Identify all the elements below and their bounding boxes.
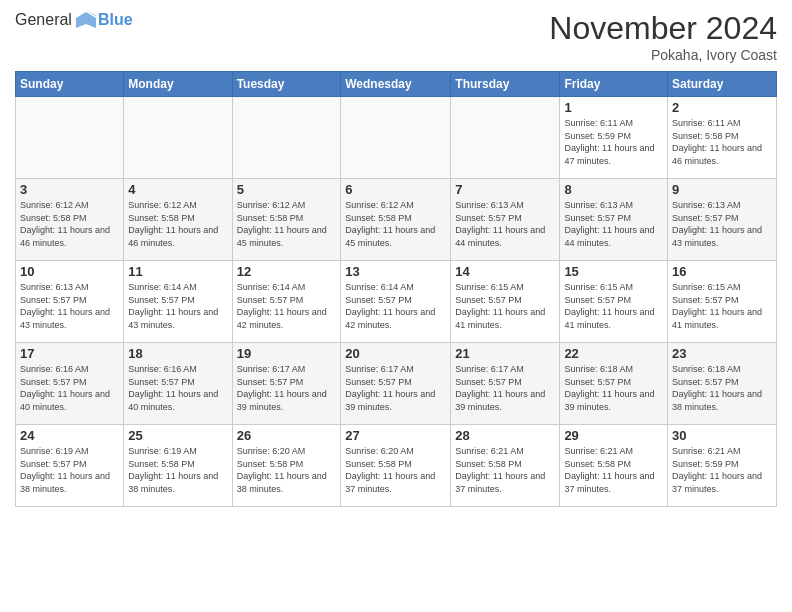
day-number: 13 (345, 264, 446, 279)
day-number: 5 (237, 182, 337, 197)
day-number: 4 (128, 182, 227, 197)
header-day-wednesday: Wednesday (341, 72, 451, 97)
day-number: 26 (237, 428, 337, 443)
calendar-cell (341, 97, 451, 179)
day-number: 10 (20, 264, 119, 279)
day-info: Sunrise: 6:18 AM Sunset: 5:57 PM Dayligh… (672, 363, 772, 413)
day-number: 27 (345, 428, 446, 443)
day-number: 24 (20, 428, 119, 443)
calendar-cell: 25Sunrise: 6:19 AM Sunset: 5:58 PM Dayli… (124, 425, 232, 507)
calendar-cell: 7Sunrise: 6:13 AM Sunset: 5:57 PM Daylig… (451, 179, 560, 261)
header-row: SundayMondayTuesdayWednesdayThursdayFrid… (16, 72, 777, 97)
logo-icon (74, 10, 98, 30)
calendar-cell: 9Sunrise: 6:13 AM Sunset: 5:57 PM Daylig… (668, 179, 777, 261)
day-info: Sunrise: 6:13 AM Sunset: 5:57 PM Dayligh… (455, 199, 555, 249)
day-info: Sunrise: 6:13 AM Sunset: 5:57 PM Dayligh… (564, 199, 663, 249)
calendar-cell: 30Sunrise: 6:21 AM Sunset: 5:59 PM Dayli… (668, 425, 777, 507)
calendar-cell (232, 97, 341, 179)
calendar-table: SundayMondayTuesdayWednesdayThursdayFrid… (15, 71, 777, 507)
day-info: Sunrise: 6:17 AM Sunset: 5:57 PM Dayligh… (237, 363, 337, 413)
calendar-cell: 19Sunrise: 6:17 AM Sunset: 5:57 PM Dayli… (232, 343, 341, 425)
day-number: 14 (455, 264, 555, 279)
calendar-cell: 2Sunrise: 6:11 AM Sunset: 5:58 PM Daylig… (668, 97, 777, 179)
calendar-week-0: 1Sunrise: 6:11 AM Sunset: 5:59 PM Daylig… (16, 97, 777, 179)
calendar-cell: 10Sunrise: 6:13 AM Sunset: 5:57 PM Dayli… (16, 261, 124, 343)
day-number: 9 (672, 182, 772, 197)
page-header: General Blue November 2024 Pokaha, Ivory… (15, 10, 777, 63)
calendar-cell: 26Sunrise: 6:20 AM Sunset: 5:58 PM Dayli… (232, 425, 341, 507)
header-day-thursday: Thursday (451, 72, 560, 97)
calendar-cell: 12Sunrise: 6:14 AM Sunset: 5:57 PM Dayli… (232, 261, 341, 343)
day-info: Sunrise: 6:20 AM Sunset: 5:58 PM Dayligh… (345, 445, 446, 495)
calendar-cell (124, 97, 232, 179)
header-day-saturday: Saturday (668, 72, 777, 97)
day-info: Sunrise: 6:18 AM Sunset: 5:57 PM Dayligh… (564, 363, 663, 413)
day-info: Sunrise: 6:13 AM Sunset: 5:57 PM Dayligh… (20, 281, 119, 331)
day-number: 3 (20, 182, 119, 197)
calendar-cell: 20Sunrise: 6:17 AM Sunset: 5:57 PM Dayli… (341, 343, 451, 425)
day-info: Sunrise: 6:14 AM Sunset: 5:57 PM Dayligh… (237, 281, 337, 331)
day-info: Sunrise: 6:21 AM Sunset: 5:58 PM Dayligh… (455, 445, 555, 495)
day-info: Sunrise: 6:15 AM Sunset: 5:57 PM Dayligh… (672, 281, 772, 331)
calendar-week-3: 17Sunrise: 6:16 AM Sunset: 5:57 PM Dayli… (16, 343, 777, 425)
calendar-cell: 4Sunrise: 6:12 AM Sunset: 5:58 PM Daylig… (124, 179, 232, 261)
day-number: 19 (237, 346, 337, 361)
day-number: 17 (20, 346, 119, 361)
day-info: Sunrise: 6:11 AM Sunset: 5:59 PM Dayligh… (564, 117, 663, 167)
calendar-body: 1Sunrise: 6:11 AM Sunset: 5:59 PM Daylig… (16, 97, 777, 507)
day-info: Sunrise: 6:15 AM Sunset: 5:57 PM Dayligh… (564, 281, 663, 331)
day-number: 20 (345, 346, 446, 361)
day-number: 7 (455, 182, 555, 197)
calendar-cell: 28Sunrise: 6:21 AM Sunset: 5:58 PM Dayli… (451, 425, 560, 507)
day-info: Sunrise: 6:21 AM Sunset: 5:59 PM Dayligh… (672, 445, 772, 495)
day-info: Sunrise: 6:12 AM Sunset: 5:58 PM Dayligh… (20, 199, 119, 249)
day-info: Sunrise: 6:14 AM Sunset: 5:57 PM Dayligh… (345, 281, 446, 331)
day-number: 16 (672, 264, 772, 279)
calendar-week-1: 3Sunrise: 6:12 AM Sunset: 5:58 PM Daylig… (16, 179, 777, 261)
day-number: 23 (672, 346, 772, 361)
calendar-cell: 23Sunrise: 6:18 AM Sunset: 5:57 PM Dayli… (668, 343, 777, 425)
calendar-cell: 8Sunrise: 6:13 AM Sunset: 5:57 PM Daylig… (560, 179, 668, 261)
calendar-cell: 27Sunrise: 6:20 AM Sunset: 5:58 PM Dayli… (341, 425, 451, 507)
calendar-cell: 11Sunrise: 6:14 AM Sunset: 5:57 PM Dayli… (124, 261, 232, 343)
subtitle: Pokaha, Ivory Coast (549, 47, 777, 63)
calendar-cell (16, 97, 124, 179)
calendar-cell: 1Sunrise: 6:11 AM Sunset: 5:59 PM Daylig… (560, 97, 668, 179)
calendar-cell: 18Sunrise: 6:16 AM Sunset: 5:57 PM Dayli… (124, 343, 232, 425)
day-number: 30 (672, 428, 772, 443)
title-section: November 2024 Pokaha, Ivory Coast (549, 10, 777, 63)
calendar-cell: 13Sunrise: 6:14 AM Sunset: 5:57 PM Dayli… (341, 261, 451, 343)
calendar-cell: 16Sunrise: 6:15 AM Sunset: 5:57 PM Dayli… (668, 261, 777, 343)
calendar-week-4: 24Sunrise: 6:19 AM Sunset: 5:57 PM Dayli… (16, 425, 777, 507)
calendar-cell: 29Sunrise: 6:21 AM Sunset: 5:58 PM Dayli… (560, 425, 668, 507)
calendar-cell: 6Sunrise: 6:12 AM Sunset: 5:58 PM Daylig… (341, 179, 451, 261)
logo: General Blue (15, 10, 133, 30)
day-number: 29 (564, 428, 663, 443)
header-day-friday: Friday (560, 72, 668, 97)
day-info: Sunrise: 6:19 AM Sunset: 5:58 PM Dayligh… (128, 445, 227, 495)
day-number: 25 (128, 428, 227, 443)
day-info: Sunrise: 6:20 AM Sunset: 5:58 PM Dayligh… (237, 445, 337, 495)
day-info: Sunrise: 6:12 AM Sunset: 5:58 PM Dayligh… (345, 199, 446, 249)
day-info: Sunrise: 6:11 AM Sunset: 5:58 PM Dayligh… (672, 117, 772, 167)
day-number: 21 (455, 346, 555, 361)
calendar-cell: 24Sunrise: 6:19 AM Sunset: 5:57 PM Dayli… (16, 425, 124, 507)
header-day-sunday: Sunday (16, 72, 124, 97)
day-info: Sunrise: 6:14 AM Sunset: 5:57 PM Dayligh… (128, 281, 227, 331)
day-info: Sunrise: 6:12 AM Sunset: 5:58 PM Dayligh… (128, 199, 227, 249)
day-info: Sunrise: 6:17 AM Sunset: 5:57 PM Dayligh… (455, 363, 555, 413)
calendar-cell: 22Sunrise: 6:18 AM Sunset: 5:57 PM Dayli… (560, 343, 668, 425)
day-number: 18 (128, 346, 227, 361)
day-number: 2 (672, 100, 772, 115)
day-info: Sunrise: 6:13 AM Sunset: 5:57 PM Dayligh… (672, 199, 772, 249)
calendar-cell: 21Sunrise: 6:17 AM Sunset: 5:57 PM Dayli… (451, 343, 560, 425)
main-title: November 2024 (549, 10, 777, 47)
day-number: 22 (564, 346, 663, 361)
day-number: 11 (128, 264, 227, 279)
day-number: 1 (564, 100, 663, 115)
header-day-monday: Monday (124, 72, 232, 97)
calendar-cell: 15Sunrise: 6:15 AM Sunset: 5:57 PM Dayli… (560, 261, 668, 343)
day-number: 6 (345, 182, 446, 197)
page-container: General Blue November 2024 Pokaha, Ivory… (0, 0, 792, 517)
calendar-cell: 3Sunrise: 6:12 AM Sunset: 5:58 PM Daylig… (16, 179, 124, 261)
